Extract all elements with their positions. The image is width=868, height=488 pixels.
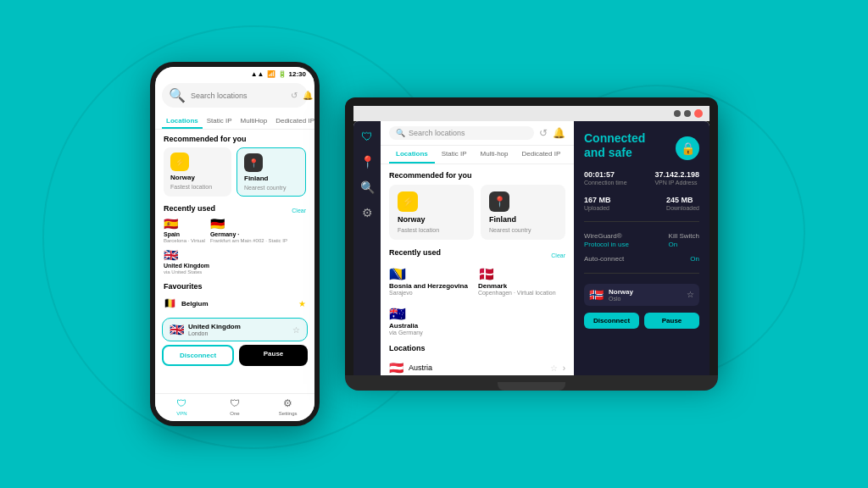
- rec-card-finland[interactable]: 📍 Finland Nearest country: [236, 147, 306, 197]
- germany-name: Germany ·: [210, 231, 239, 237]
- tab-locations[interactable]: Locations: [162, 114, 203, 129]
- recent-germany[interactable]: 🇩🇪 Germany · Frankfurt am Main #002 · St…: [210, 217, 287, 243]
- laptop-rec-finland-sub: Nearest country: [489, 227, 557, 233]
- signal-icon: ▲▲: [251, 70, 264, 78]
- laptop-tab-dedicated-ip[interactable]: Dedicated IP: [515, 146, 567, 164]
- wifi-icon: 📶: [267, 70, 275, 78]
- rec-icon-norway: ⚡: [170, 152, 189, 171]
- connected-info: United Kingdom London: [188, 323, 288, 336]
- laptop-recent-australia[interactable]: 🇦🇺 Australia via Germany: [389, 306, 423, 336]
- sidebar-settings-icon[interactable]: ⚙: [362, 206, 373, 219]
- recent-uk[interactable]: 🇬🇧 United Kingdom via United States: [164, 248, 209, 274]
- recent-spain[interactable]: 🇪🇸 Spain Barcelona · Virtual: [164, 217, 205, 243]
- laptop-rec-norway[interactable]: ⚡ Norway Fastest location: [389, 185, 474, 240]
- uk-name: United Kingdom: [164, 263, 209, 269]
- connected-flag: 🇬🇧: [170, 323, 184, 336]
- laptop-recommended-list: ⚡ Norway Fastest location 📍 Finland Near…: [389, 185, 565, 240]
- rec-sub-finland: Nearest country: [244, 185, 286, 191]
- laptop-connected-panel: Connected and safe 🔒 00:01:57 Connection…: [574, 121, 709, 375]
- conn-uploaded-label: Uploaded: [584, 205, 611, 211]
- conn-kill-switch-label: Kill Switch: [669, 232, 699, 240]
- recently-used-title: Recently used: [164, 204, 215, 213]
- norway-star-connected[interactable]: ☆: [687, 290, 694, 299]
- connected-header-row: Connected and safe 🔒: [584, 131, 699, 160]
- conn-divider1: [584, 221, 699, 222]
- sidebar-location-icon[interactable]: 📍: [360, 155, 375, 169]
- rec-name-norway: Norway: [170, 174, 195, 181]
- recent-header: Recently used Clear: [164, 204, 306, 217]
- fav-belgium[interactable]: 🇧🇪 Belgium ★: [164, 295, 306, 312]
- conn-norway-row[interactable]: 🇳🇴 Norway Oslo ☆: [584, 284, 699, 306]
- laptop-bell-icon[interactable]: 🔔: [553, 127, 565, 139]
- laptop-clear-button[interactable]: Clear: [551, 252, 565, 258]
- laptop-recommended-title: Recommended for you: [389, 171, 565, 180]
- phone-search-bar[interactable]: 🔍 ↺ 🔔: [162, 83, 308, 108]
- sidebar-shield-icon[interactable]: 🛡: [361, 130, 373, 143]
- uk-flag: 🇬🇧: [164, 248, 178, 262]
- belgium-star: ★: [298, 299, 306, 308]
- clear-button[interactable]: Clear: [292, 208, 306, 214]
- phone-favourites-section: Favourites 🇧🇪 Belgium ★: [155, 277, 314, 314]
- conn-divider2: [584, 273, 699, 274]
- phone-recent-section: Recently used Clear 🇪🇸 Spain Barcelona ·…: [155, 199, 314, 277]
- connected-star[interactable]: ☆: [292, 325, 300, 335]
- disconnect-button[interactable]: Disconnect: [162, 345, 234, 366]
- laptop-recent-bosnia[interactable]: 🇧🇦 Bosnia and Herzegovina Sarajevo: [389, 266, 468, 296]
- laptop: 🛡 📍 🔍 ⚙ 🔍 Search locations ↺ 🔔: [345, 97, 718, 391]
- laptop-rec-finland[interactable]: 📍 Finland Nearest country: [481, 185, 565, 240]
- austria-star[interactable]: ☆: [550, 363, 558, 373]
- laptop-locations-title: Locations: [389, 344, 565, 352]
- rec-card-norway[interactable]: ⚡ Norway Fastest location: [164, 147, 231, 197]
- vpn-icon: 🛡: [176, 397, 186, 409]
- laptop-search-box[interactable]: 🔍 Search locations: [389, 126, 534, 140]
- search-icon: 🔍: [169, 87, 186, 103]
- norway-flag-connected: 🇳🇴: [589, 288, 604, 302]
- conn-time-label: Connection time: [584, 180, 627, 186]
- phone-statusbar: ▲▲ 📶 🔋 12:30: [155, 67, 314, 80]
- denmark-name: Denmark: [478, 282, 507, 290]
- austria-chevron[interactable]: ›: [563, 363, 565, 373]
- conn-time-val: 00:01:57: [584, 170, 627, 179]
- belgium-flag: 🇧🇪: [164, 297, 176, 309]
- laptop-recent-denmark[interactable]: 🇩🇰 Denmark Copenhagen · Virtual location: [478, 266, 556, 296]
- rec-sub-norway: Fastest location: [170, 184, 212, 190]
- nav-settings[interactable]: ⚙ Settings: [261, 397, 314, 416]
- bosnia-city: Sarajevo: [389, 290, 413, 296]
- laptop-screen-header: [353, 106, 709, 121]
- laptop-sidebar: 🛡 📍 🔍 ⚙: [353, 121, 381, 375]
- phone-recommended-list: ⚡ Norway Fastest location 📍 Finland Near…: [164, 147, 306, 197]
- laptop-loc-austria[interactable]: 🇦🇹 Austria ☆ ›: [389, 358, 565, 375]
- laptop-screen-outer: 🛡 📍 🔍 ⚙ 🔍 Search locations ↺ 🔔: [345, 97, 718, 375]
- laptop-tab-static-ip[interactable]: Static IP: [435, 146, 474, 164]
- laptop-base: [345, 375, 718, 391]
- nav-one-label: One: [230, 411, 239, 416]
- pause-button[interactable]: Pause: [239, 345, 308, 366]
- nav-vpn-label: VPN: [176, 411, 186, 416]
- nav-one[interactable]: 🛡 One: [209, 397, 262, 416]
- nav-vpn[interactable]: 🛡 VPN: [155, 397, 209, 416]
- battery-icon: 🔋: [278, 70, 287, 78]
- laptop-rec-norway-sub: Fastest location: [398, 227, 465, 233]
- connected-bar: 🇬🇧 United Kingdom London ☆: [162, 318, 308, 341]
- laptop-screen-inner: 🛡 📍 🔍 ⚙ 🔍 Search locations ↺ 🔔: [353, 121, 709, 375]
- laptop-recent-list: 🇧🇦 Bosnia and Herzegovina Sarajevo 🇩🇰 De…: [389, 266, 565, 336]
- laptop-tab-multihop[interactable]: Multi-hop: [474, 146, 515, 164]
- connected-title: Connected and safe: [584, 131, 645, 160]
- tab-static-ip[interactable]: Static IP: [203, 114, 236, 129]
- laptop-tab-locations[interactable]: Locations: [389, 146, 435, 164]
- close-button[interactable]: [694, 109, 703, 118]
- search-input[interactable]: [191, 92, 286, 100]
- tab-dedicated-ip[interactable]: Dedicated IP: [271, 114, 314, 129]
- laptop-disconnect-button[interactable]: Disconnect: [584, 313, 639, 329]
- favourites-title: Favourites: [164, 282, 306, 291]
- conn-feature-row: WireGuard® Protocol in use Kill Switch O…: [584, 232, 699, 248]
- status-time: 12:30: [289, 70, 306, 78]
- tab-multihop[interactable]: MultiHop: [236, 114, 272, 129]
- laptop-filter-icon[interactable]: ↺: [539, 127, 548, 139]
- laptop-recently-used-title: Recently used: [389, 248, 441, 257]
- screen-dot-2: [684, 110, 691, 117]
- phone-action-buttons: Disconnect Pause: [162, 345, 308, 366]
- belgium-name: Belgium: [181, 300, 293, 308]
- laptop-pause-button[interactable]: Pause: [644, 313, 699, 329]
- sidebar-search-icon[interactable]: 🔍: [360, 180, 375, 194]
